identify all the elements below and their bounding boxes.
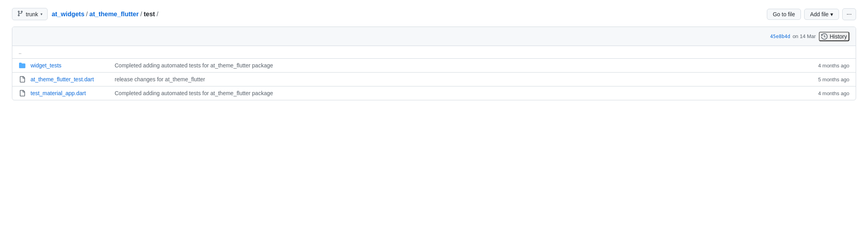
more-options-icon: ··· (847, 11, 852, 18)
breadcrumb-repo-link[interactable]: at_widgets (52, 11, 84, 18)
breadcrumb-current: test (144, 11, 155, 18)
commit-message-cell: Completed adding automated tests for at_… (115, 62, 797, 69)
branch-name: trunk (26, 11, 38, 17)
history-button[interactable]: History (819, 32, 849, 41)
add-file-label: Add file (810, 11, 829, 17)
file-icon (19, 90, 26, 97)
toolbar-left: trunk ▾ at_widgets / at_theme_flutter / … (12, 8, 158, 20)
table-row: test_material_app.dart Completed adding … (12, 86, 856, 100)
folder-icon (19, 62, 26, 69)
commit-info: 45e8b4d on 14 Mar (770, 33, 816, 39)
time-ago-cell: 5 months ago (802, 77, 849, 82)
time-ago-cell: 4 months ago (802, 90, 849, 96)
add-file-button[interactable]: Add file ▾ (804, 9, 839, 20)
breadcrumb-sep-1: / (86, 11, 88, 18)
breadcrumb-sep-2: / (140, 11, 142, 18)
dotdot-row: .. (12, 46, 856, 59)
commit-hash-link[interactable]: 45e8b4d (770, 34, 790, 39)
file-icon (19, 76, 26, 83)
add-file-chevron: ▾ (830, 11, 833, 17)
file-table-header: 45e8b4d on 14 Mar History (12, 27, 856, 46)
table-row: widget_tests Completed adding automated … (12, 59, 856, 73)
commit-message-cell: release changes for at_theme_flutter (115, 76, 797, 82)
more-options-button[interactable]: ··· (842, 8, 856, 20)
file-name-cell: test_material_app.dart (31, 90, 110, 96)
chevron-down-icon: ▾ (40, 12, 42, 16)
file-link[interactable]: test_material_app.dart (31, 90, 86, 96)
folder-link[interactable]: widget_tests (31, 62, 61, 69)
history-label: History (830, 33, 847, 40)
file-table: 45e8b4d on 14 Mar History .. widget_test… (12, 27, 856, 100)
file-link[interactable]: at_theme_flutter_test.dart (31, 76, 94, 82)
dotdot-label: .. (19, 49, 21, 55)
breadcrumb: at_widgets / at_theme_flutter / test / (52, 11, 158, 18)
history-icon (821, 33, 828, 40)
file-name-cell: at_theme_flutter_test.dart (31, 76, 110, 82)
go-to-file-label: Go to file (773, 11, 795, 17)
toolbar: trunk ▾ at_widgets / at_theme_flutter / … (12, 8, 856, 20)
breadcrumb-trailing-sep: / (157, 11, 158, 18)
commit-message-cell: Completed adding automated tests for at_… (115, 90, 797, 96)
file-name-cell: widget_tests (31, 62, 110, 69)
table-row: at_theme_flutter_test.dart release chang… (12, 73, 856, 86)
commit-date: on 14 Mar (793, 33, 816, 39)
breadcrumb-parent-link[interactable]: at_theme_flutter (89, 11, 138, 18)
time-ago-cell: 4 months ago (802, 63, 849, 69)
branch-selector[interactable]: trunk ▾ (12, 8, 48, 20)
toolbar-right: Go to file Add file ▾ ··· (767, 8, 856, 20)
go-to-file-button[interactable]: Go to file (767, 9, 801, 20)
branch-icon (17, 10, 23, 18)
